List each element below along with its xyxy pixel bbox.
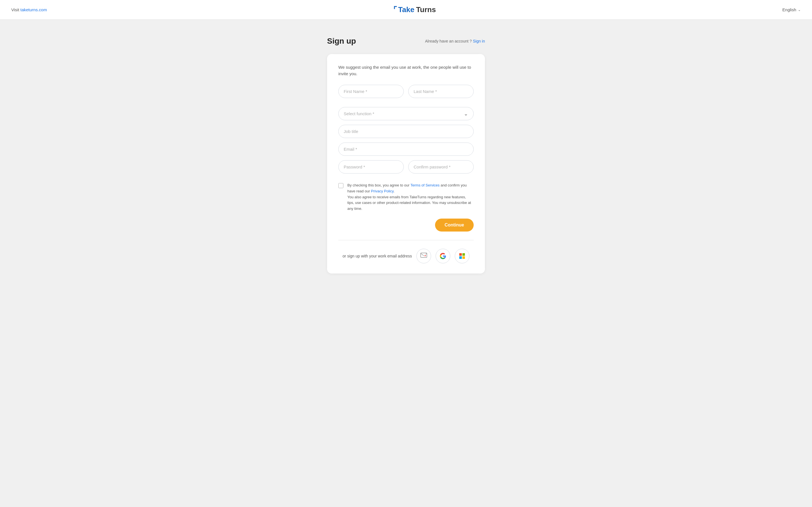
- job-title-group: [338, 125, 474, 138]
- logo-icon: ⌜: [393, 5, 396, 14]
- language-label: English: [782, 7, 796, 12]
- confirm-password-input[interactable]: [408, 160, 474, 173]
- social-label: or sign up with your work email address: [343, 254, 412, 258]
- checkbox-text-4: You also agree to receive emails from Ta…: [347, 195, 471, 211]
- social-row: or sign up with your work email address: [338, 249, 474, 263]
- confirm-password-group: [408, 160, 474, 173]
- continue-button[interactable]: Continue: [435, 219, 474, 231]
- checkbox-text-1: By checking this box, you agree to our: [347, 183, 410, 187]
- name-row: [338, 85, 474, 103]
- password-group: [338, 160, 404, 173]
- form-card: We suggest using the email you use at wo…: [327, 54, 485, 274]
- chevron-down-icon: ⌄: [798, 8, 801, 12]
- header: Visit taketurns.com ⌜ TakeTurns English …: [0, 0, 812, 20]
- logo-turns: Turns: [416, 5, 436, 14]
- google-icon: [440, 253, 446, 259]
- password-row: [338, 160, 474, 178]
- privacy-link[interactable]: Privacy Policy: [371, 189, 394, 193]
- visit-link[interactable]: taketurns.com: [20, 7, 47, 12]
- terms-checkbox[interactable]: [338, 183, 343, 188]
- page-container: Sign up Already have an account ? Sign i…: [327, 37, 485, 274]
- first-name-input[interactable]: [338, 85, 404, 98]
- email-heart-icon: [420, 252, 427, 259]
- page-header: Sign up Already have an account ? Sign i…: [327, 37, 485, 46]
- signin-link[interactable]: Sign in: [473, 39, 485, 43]
- password-input[interactable]: [338, 160, 404, 173]
- microsoft-icon: [459, 253, 465, 259]
- logo: ⌜ TakeTurns: [393, 5, 436, 14]
- signin-prompt-text: Already have an account ?: [425, 39, 472, 43]
- checkbox-label: By checking this box, you agree to our T…: [347, 182, 474, 212]
- checkbox-text-3: .: [394, 189, 395, 193]
- last-name-input[interactable]: [408, 85, 474, 98]
- job-title-input[interactable]: [338, 125, 474, 138]
- email-social-button[interactable]: [416, 249, 431, 263]
- last-name-group: [408, 85, 474, 98]
- signin-prompt: Already have an account ? Sign in: [425, 39, 485, 43]
- microsoft-social-button[interactable]: [455, 249, 469, 263]
- checkbox-area: By checking this box, you agree to our T…: [338, 182, 474, 212]
- divider: [338, 240, 474, 240]
- first-name-group: [338, 85, 404, 98]
- select-function-wrapper: Select function * Engineering Design Pro…: [338, 107, 474, 120]
- terms-link[interactable]: Terms of Services: [410, 183, 440, 187]
- select-function[interactable]: Select function * Engineering Design Pro…: [338, 107, 474, 120]
- main-content: Sign up Already have an account ? Sign i…: [0, 20, 812, 290]
- email-group: [338, 143, 474, 156]
- visit-link-area: Visit taketurns.com: [11, 7, 47, 12]
- visit-text: Visit: [11, 7, 20, 12]
- page-title: Sign up: [327, 37, 356, 46]
- language-selector[interactable]: English ⌄: [782, 7, 801, 12]
- form-subtitle: We suggest using the email you use at wo…: [338, 64, 474, 77]
- google-social-button[interactable]: [436, 249, 450, 263]
- email-input[interactable]: [338, 143, 474, 156]
- logo-take: Take: [398, 5, 414, 14]
